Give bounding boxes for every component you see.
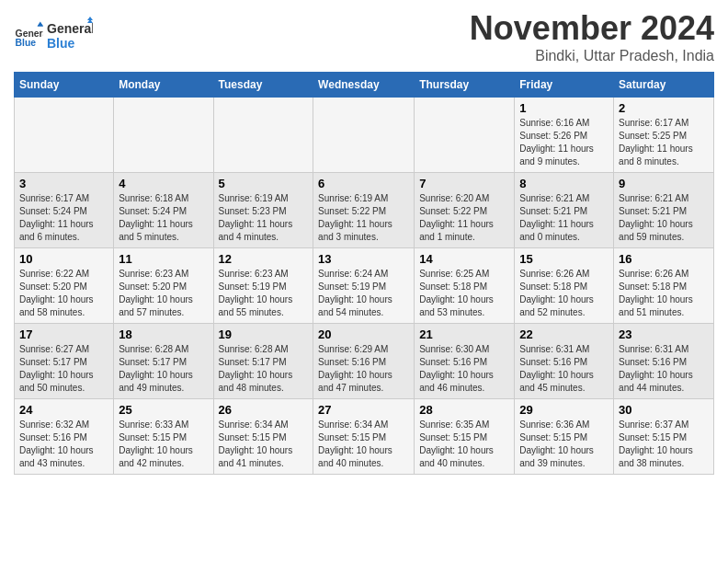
day-info: Sunrise: 6:16 AM Sunset: 5:26 PM Dayligh… — [519, 117, 609, 168]
day-info: Sunrise: 6:21 AM Sunset: 5:21 PM Dayligh… — [619, 192, 709, 244]
calendar-cell — [114, 98, 213, 173]
svg-text:Blue: Blue — [16, 38, 37, 48]
calendar-week-3: 10Sunrise: 6:22 AM Sunset: 5:20 PM Dayli… — [15, 248, 714, 324]
day-number: 7 — [419, 177, 509, 190]
day-number: 5 — [219, 177, 309, 190]
day-info: Sunrise: 6:29 AM Sunset: 5:16 PM Dayligh… — [318, 343, 409, 395]
day-info: Sunrise: 6:32 AM Sunset: 5:16 PM Dayligh… — [19, 419, 108, 470]
calendar-cell: 11Sunrise: 6:23 AM Sunset: 5:20 PM Dayli… — [114, 248, 213, 324]
calendar-cell: 12Sunrise: 6:23 AM Sunset: 5:19 PM Dayli… — [213, 248, 313, 324]
day-info: Sunrise: 6:25 AM Sunset: 5:18 PM Dayligh… — [419, 268, 509, 319]
header-monday: Monday — [114, 73, 213, 98]
page-header: General Blue General Blue November 2024 … — [14, 9, 714, 64]
header-wednesday: Wednesday — [313, 73, 415, 98]
calendar-cell: 27Sunrise: 6:34 AM Sunset: 5:15 PM Dayli… — [313, 399, 415, 475]
calendar-cell: 15Sunrise: 6:26 AM Sunset: 5:18 PM Dayli… — [515, 248, 614, 324]
calendar-header-row: SundayMondayTuesdayWednesdayThursdayFrid… — [15, 73, 714, 98]
calendar-cell: 13Sunrise: 6:24 AM Sunset: 5:19 PM Dayli… — [313, 248, 415, 324]
day-number: 6 — [318, 177, 409, 190]
day-info: Sunrise: 6:23 AM Sunset: 5:19 PM Dayligh… — [219, 268, 309, 319]
day-number: 19 — [219, 327, 309, 341]
day-info: Sunrise: 6:28 AM Sunset: 5:17 PM Dayligh… — [119, 343, 208, 395]
day-number: 17 — [19, 327, 108, 341]
day-number: 22 — [519, 327, 609, 341]
day-info: Sunrise: 6:17 AM Sunset: 5:24 PM Dayligh… — [19, 192, 108, 244]
day-number: 27 — [318, 403, 409, 417]
day-number: 15 — [519, 252, 609, 266]
day-info: Sunrise: 6:35 AM Sunset: 5:15 PM Dayligh… — [419, 419, 509, 470]
day-info: Sunrise: 6:34 AM Sunset: 5:15 PM Dayligh… — [219, 419, 309, 470]
day-number: 20 — [318, 327, 409, 341]
calendar-body: 1Sunrise: 6:16 AM Sunset: 5:26 PM Daylig… — [15, 98, 714, 475]
calendar-cell: 5Sunrise: 6:19 AM Sunset: 5:23 PM Daylig… — [213, 173, 313, 248]
calendar-cell: 24Sunrise: 6:32 AM Sunset: 5:16 PM Dayli… — [15, 399, 114, 475]
day-info: Sunrise: 6:19 AM Sunset: 5:23 PM Dayligh… — [219, 192, 309, 244]
calendar-cell: 1Sunrise: 6:16 AM Sunset: 5:26 PM Daylig… — [515, 98, 614, 173]
day-info: Sunrise: 6:34 AM Sunset: 5:15 PM Dayligh… — [318, 419, 409, 470]
calendar-table: SundayMondayTuesdayWednesdayThursdayFrid… — [14, 72, 714, 475]
day-info: Sunrise: 6:37 AM Sunset: 5:15 PM Dayligh… — [619, 419, 709, 470]
header-tuesday: Tuesday — [213, 73, 313, 98]
calendar-week-5: 24Sunrise: 6:32 AM Sunset: 5:16 PM Dayli… — [15, 399, 714, 475]
calendar-cell: 19Sunrise: 6:28 AM Sunset: 5:17 PM Dayli… — [213, 324, 313, 399]
day-info: Sunrise: 6:33 AM Sunset: 5:15 PM Dayligh… — [119, 419, 208, 470]
page-subtitle: Bindki, Uttar Pradesh, India — [470, 48, 714, 64]
day-number: 28 — [419, 403, 509, 417]
calendar-cell: 23Sunrise: 6:31 AM Sunset: 5:16 PM Dayli… — [614, 324, 714, 399]
calendar-cell: 3Sunrise: 6:17 AM Sunset: 5:24 PM Daylig… — [15, 173, 114, 248]
svg-text:General: General — [16, 29, 43, 39]
calendar-cell: 7Sunrise: 6:20 AM Sunset: 5:22 PM Daylig… — [415, 173, 515, 248]
calendar-week-4: 17Sunrise: 6:27 AM Sunset: 5:17 PM Dayli… — [15, 324, 714, 399]
calendar-cell: 4Sunrise: 6:18 AM Sunset: 5:24 PM Daylig… — [114, 173, 213, 248]
logo: General Blue General Blue — [14, 17, 93, 53]
calendar-week-2: 3Sunrise: 6:17 AM Sunset: 5:24 PM Daylig… — [15, 173, 714, 248]
calendar-cell: 6Sunrise: 6:19 AM Sunset: 5:22 PM Daylig… — [313, 173, 415, 248]
day-number: 21 — [419, 327, 509, 341]
calendar-cell: 21Sunrise: 6:30 AM Sunset: 5:16 PM Dayli… — [415, 324, 515, 399]
day-number: 8 — [519, 177, 609, 190]
day-number: 11 — [119, 252, 208, 266]
calendar-cell: 20Sunrise: 6:29 AM Sunset: 5:16 PM Dayli… — [313, 324, 415, 399]
day-number: 26 — [219, 403, 309, 417]
calendar-cell: 30Sunrise: 6:37 AM Sunset: 5:15 PM Dayli… — [614, 399, 714, 475]
calendar-cell: 22Sunrise: 6:31 AM Sunset: 5:16 PM Dayli… — [515, 324, 614, 399]
day-number: 25 — [119, 403, 208, 417]
day-info: Sunrise: 6:20 AM Sunset: 5:22 PM Dayligh… — [419, 192, 509, 244]
day-info: Sunrise: 6:26 AM Sunset: 5:18 PM Dayligh… — [619, 268, 709, 319]
day-info: Sunrise: 6:28 AM Sunset: 5:17 PM Dayligh… — [219, 343, 309, 395]
calendar-cell — [15, 98, 114, 173]
day-info: Sunrise: 6:27 AM Sunset: 5:17 PM Dayligh… — [19, 343, 108, 395]
calendar-week-1: 1Sunrise: 6:16 AM Sunset: 5:26 PM Daylig… — [15, 98, 714, 173]
header-sunday: Sunday — [15, 73, 114, 98]
logo-icon: General Blue — [14, 20, 43, 50]
svg-text:General: General — [47, 21, 93, 36]
calendar-cell — [213, 98, 313, 173]
calendar-cell: 18Sunrise: 6:28 AM Sunset: 5:17 PM Dayli… — [114, 324, 213, 399]
day-number: 1 — [519, 101, 609, 115]
calendar-cell: 29Sunrise: 6:36 AM Sunset: 5:15 PM Dayli… — [515, 399, 614, 475]
day-number: 3 — [19, 177, 108, 190]
day-number: 24 — [19, 403, 108, 417]
svg-marker-3 — [38, 22, 43, 26]
day-info: Sunrise: 6:22 AM Sunset: 5:20 PM Dayligh… — [19, 268, 108, 319]
day-info: Sunrise: 6:24 AM Sunset: 5:19 PM Dayligh… — [318, 268, 409, 319]
page-title: November 2024 — [470, 9, 714, 48]
calendar-cell: 2Sunrise: 6:17 AM Sunset: 5:25 PM Daylig… — [614, 98, 714, 173]
calendar-cell: 17Sunrise: 6:27 AM Sunset: 5:17 PM Dayli… — [15, 324, 114, 399]
calendar-cell: 16Sunrise: 6:26 AM Sunset: 5:18 PM Dayli… — [614, 248, 714, 324]
title-section: November 2024 Bindki, Uttar Pradesh, Ind… — [470, 9, 714, 64]
calendar-cell — [415, 98, 515, 173]
day-number: 10 — [19, 252, 108, 266]
day-number: 4 — [119, 177, 208, 190]
day-info: Sunrise: 6:17 AM Sunset: 5:25 PM Dayligh… — [619, 117, 709, 168]
day-number: 18 — [119, 327, 208, 341]
day-info: Sunrise: 6:31 AM Sunset: 5:16 PM Dayligh… — [519, 343, 609, 395]
day-info: Sunrise: 6:23 AM Sunset: 5:20 PM Dayligh… — [119, 268, 208, 319]
day-number: 16 — [619, 252, 709, 266]
day-info: Sunrise: 6:36 AM Sunset: 5:15 PM Dayligh… — [519, 419, 609, 470]
calendar-cell — [313, 98, 415, 173]
svg-text:Blue: Blue — [47, 36, 75, 51]
day-number: 12 — [219, 252, 309, 266]
calendar-cell: 26Sunrise: 6:34 AM Sunset: 5:15 PM Dayli… — [213, 399, 313, 475]
day-number: 9 — [619, 177, 709, 190]
